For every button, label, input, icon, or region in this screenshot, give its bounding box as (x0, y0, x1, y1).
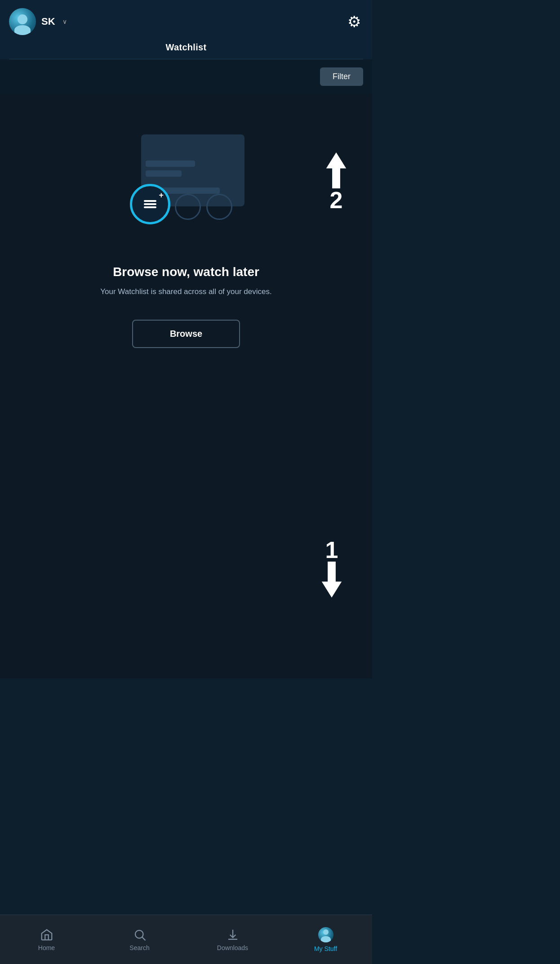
gear-icon: ⚙ (347, 13, 361, 31)
illus-circle-1 (175, 194, 201, 220)
page-title: Watchlist (9, 42, 363, 59)
empty-state-subtitle: Your Watchlist is shared across all of y… (100, 286, 271, 297)
illus-line-2 (146, 170, 182, 177)
annotation-number-1: 1 (325, 538, 338, 562)
arrow-up-icon (323, 152, 350, 188)
chevron-down-icon: ∨ (62, 18, 67, 25)
header: SK ∨ ⚙ Watchlist (0, 0, 372, 59)
svg-marker-0 (322, 562, 342, 598)
annotation-2: 2 (323, 152, 350, 212)
main-content: + Browse now, watch later Your Watchlist… (0, 94, 372, 678)
profile-name: SK (41, 16, 55, 27)
svg-marker-1 (326, 152, 346, 188)
illus-line-1 (146, 161, 195, 167)
filter-bar: Filter (0, 59, 372, 94)
browse-button[interactable]: Browse (132, 320, 240, 348)
arrow-down-icon (318, 562, 345, 598)
empty-state-title: Browse now, watch later (113, 265, 259, 279)
avatar (9, 8, 36, 35)
plus-icon: + (159, 191, 164, 200)
annotation-number-2: 2 (330, 188, 343, 212)
settings-button[interactable]: ⚙ (345, 13, 363, 31)
header-divider (9, 59, 363, 59)
add-watchlist-icon: + (130, 184, 170, 224)
filter-button[interactable]: Filter (320, 67, 363, 86)
annotation-1: 1 (318, 538, 345, 598)
illus-circle-2 (206, 194, 232, 220)
watchlist-illustration: + (123, 121, 249, 247)
profile-section[interactable]: SK ∨ (9, 8, 67, 35)
